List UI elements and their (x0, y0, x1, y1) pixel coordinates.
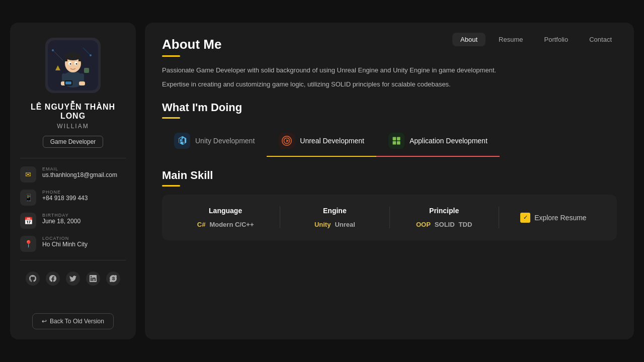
linkedin-icon[interactable] (86, 272, 100, 286)
facebook-icon[interactable] (46, 272, 60, 286)
doing-title: What I'm Doing (162, 101, 617, 114)
svg-rect-24 (392, 141, 396, 145)
sidebar: LÊ NGUYỄN THÀNH LONG WILLIAM Game Develo… (10, 23, 136, 339)
social-row (26, 272, 120, 286)
location-item: 📍 LOCATION Ho Chi Minh City (20, 236, 126, 252)
top-nav: About Resume Portfolio Contact (452, 33, 620, 46)
principle-title: Principle (429, 207, 459, 215)
svg-point-13 (76, 63, 77, 65)
skill-divider-3 (499, 207, 499, 228)
email-value: us.thanhlong18@gmail.com (42, 171, 117, 178)
skill-language: Language C# Modern C/C++ (176, 207, 275, 228)
nav-contact[interactable]: Contact (581, 33, 620, 46)
skill-divider-1 (280, 207, 280, 228)
nav-about[interactable]: About (452, 33, 486, 46)
phone-item: 📱 PHONE +84 918 399 443 (20, 190, 126, 206)
engine-tag-1: Unreal (335, 221, 355, 228)
doing-title-bar (162, 117, 180, 119)
svg-rect-17 (79, 81, 85, 85)
language-title: Language (209, 207, 242, 215)
doing-tabs: Unity Development Unreal Development App… (162, 127, 617, 157)
phone-value: +84 918 399 443 (42, 195, 88, 202)
language-tags: C# Modern C/C++ (197, 221, 254, 228)
info-list: ✉ EMAIL us.thanhlong18@gmail.com 📱 PHONE… (20, 166, 126, 252)
engine-tags: Unity Unreal (314, 221, 355, 228)
doing-section: What I'm Doing Unity Development Unreal … (162, 101, 617, 157)
explore-resume-button[interactable]: ✓ Explore Resume (520, 213, 587, 223)
svg-rect-25 (397, 141, 400, 145)
tab-app[interactable]: Application Development (376, 127, 500, 157)
engine-title: Engine (323, 207, 347, 215)
about-title-bar (162, 55, 180, 57)
svg-rect-23 (397, 137, 400, 141)
principle-tag-1: SOLID (435, 221, 455, 228)
phone-label: PHONE (42, 190, 88, 195)
birthday-item: 📅 BIRTHDAY June 18, 2000 (20, 213, 126, 229)
nav-portfolio[interactable]: Portfolio (536, 33, 576, 46)
svg-point-3 (52, 49, 54, 51)
skill-title-bar (162, 185, 180, 187)
explore-label: Explore Resume (534, 214, 587, 222)
location-value: Ho Chi Minh City (42, 241, 88, 248)
svg-rect-9 (78, 55, 81, 61)
svg-point-12 (70, 63, 71, 65)
skype-icon[interactable] (106, 272, 120, 286)
phone-icon: 📱 (20, 190, 36, 206)
skill-section: Main Skill Language C# Modern C/C++ Engi… (162, 169, 617, 240)
principle-tag-2: TDD (459, 221, 472, 228)
sidebar-name: LÊ NGUYỄN THÀNH LONG (20, 102, 126, 121)
tab-unreal-label: Unreal Development (300, 137, 364, 145)
calendar-icon: 📅 (20, 213, 36, 229)
svg-rect-8 (65, 55, 67, 61)
svg-rect-19 (65, 81, 71, 84)
location-label: LOCATION (42, 236, 88, 241)
divider (20, 158, 126, 158)
svg-rect-22 (392, 137, 396, 141)
twitter-icon[interactable] (66, 272, 80, 286)
sidebar-alias: WILLIAM (57, 123, 89, 130)
avatar (45, 38, 101, 93)
about-desc1: Passionate Game Developer with solid bac… (162, 65, 504, 76)
about-desc2: Expertise in creating and customizing ga… (162, 79, 504, 90)
svg-rect-21 (84, 68, 89, 73)
divider-2 (20, 260, 126, 260)
back-to-old-version-button[interactable]: ↩ Back To Old Version (32, 313, 114, 329)
tab-unity-label: Unity Development (195, 137, 255, 145)
github-icon[interactable] (26, 272, 40, 286)
skill-title: Main Skill (162, 169, 617, 182)
location-icon: 📍 (20, 236, 36, 252)
birthday-label: BIRTHDAY (42, 213, 80, 218)
tab-unreal[interactable]: Unreal Development (267, 127, 376, 157)
explore-icon: ✓ (520, 213, 530, 223)
unreal-icon (279, 133, 295, 149)
app-icon (388, 133, 405, 149)
unity-icon (174, 133, 190, 149)
back-arrow-icon: ↩ (42, 318, 47, 325)
birthday-value: June 18, 2000 (42, 218, 80, 225)
email-icon: ✉ (20, 166, 36, 183)
engine-tag-0: Unity (314, 221, 331, 228)
tab-app-label: Application Development (410, 137, 488, 145)
skill-engine: Engine Unity Unreal (285, 207, 384, 228)
principle-tag-0: OOP (416, 221, 431, 228)
lang-tag-1: Modern C/C++ (209, 221, 254, 228)
explore-area: ✓ Explore Resume (504, 207, 603, 228)
back-button-label: Back To Old Version (50, 318, 104, 325)
skill-card: Language C# Modern C/C++ Engine Unity Un… (162, 195, 617, 240)
skill-principle: Principle OOP SOLID TDD (395, 207, 494, 228)
skill-divider-2 (389, 207, 390, 228)
page-wrapper: LÊ NGUYỄN THÀNH LONG WILLIAM Game Develo… (0, 0, 644, 362)
tab-unity[interactable]: Unity Development (162, 127, 267, 157)
nav-resume[interactable]: Resume (491, 33, 531, 46)
main-panel: About Resume Portfolio Contact About Me … (145, 23, 634, 339)
svg-point-4 (90, 54, 92, 56)
principle-tags: OOP SOLID TDD (416, 221, 472, 228)
email-label: EMAIL (42, 166, 117, 171)
lang-tag-0: C# (197, 221, 206, 228)
email-item: ✉ EMAIL us.thanhlong18@gmail.com (20, 166, 126, 183)
role-badge: Game Developer (43, 136, 104, 148)
